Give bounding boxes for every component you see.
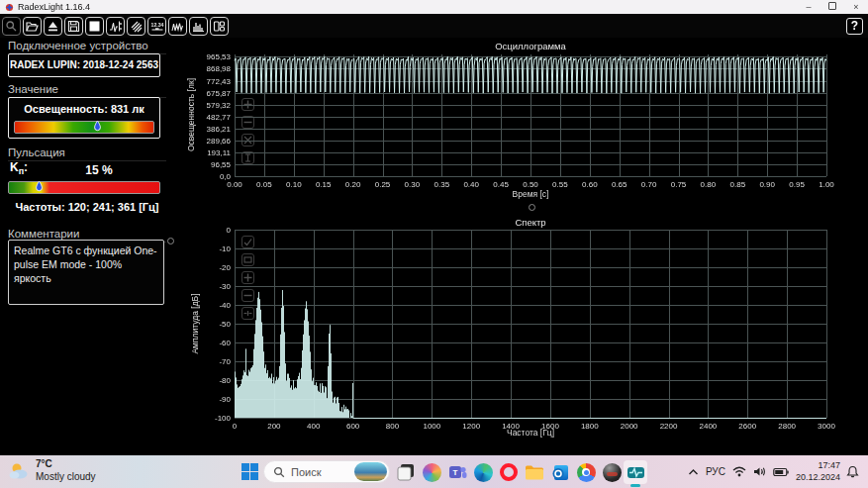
hand-wave-icon — [130, 20, 143, 33]
stop-square-icon — [88, 20, 101, 33]
minimize-button[interactable]: – — [797, 0, 820, 14]
spectrum-view-button[interactable] — [189, 17, 208, 36]
stop-measurement-button[interactable] — [85, 17, 104, 36]
layout-panels-button[interactable] — [210, 17, 229, 36]
pulsation-frequencies: Частоты: 120; 241; 361 [Гц] — [0, 201, 174, 213]
taskbar-edge-icon[interactable] — [471, 460, 495, 484]
kp-label: Kп: — [10, 160, 28, 176]
start-button[interactable] — [241, 462, 259, 481]
battery-icon[interactable] — [773, 467, 789, 477]
system-tray: РУС 17:47 20.12.2024 — [688, 455, 868, 488]
eject-icon — [47, 20, 59, 33]
pulsation-marker-icon — [36, 181, 43, 192]
numeric-display-icon: 12.34 — [150, 20, 164, 33]
oscillogram-xlabel: Время [с] — [235, 189, 826, 199]
wifi-icon[interactable] — [732, 466, 746, 477]
pulsation-scale-bar — [8, 181, 160, 194]
window-titlebar: RadexLight 1.16.4 – × — [0, 0, 868, 14]
spectrum-title: Спектр — [235, 217, 826, 228]
search-placeholder: Поиск — [291, 466, 354, 478]
search-icon — [273, 466, 285, 478]
pulsation-section-title: Пульсация — [8, 146, 166, 161]
illuminance-marker-icon — [94, 121, 101, 132]
oscillogram-view-button[interactable] — [168, 17, 187, 36]
close-button[interactable]: × — [844, 0, 868, 14]
search-highlight-image[interactable] — [354, 462, 387, 481]
taskbar-opera-icon[interactable] — [497, 460, 521, 484]
value-section-title: Значение — [8, 83, 166, 98]
windows-taskbar: 7°CMostly cloudy Поиск T РУС — [0, 455, 868, 488]
tray-time: 17:47 — [796, 460, 840, 471]
maximize-button[interactable] — [820, 0, 844, 14]
svg-text:T: T — [452, 468, 457, 477]
tray-chevron-up-icon[interactable] — [688, 468, 699, 476]
panel-splitter-handle[interactable] — [167, 238, 174, 244]
device-name-box: RADEX LUPIN: 2018-12-24 2563 — [8, 53, 160, 77]
notification-bell-icon[interactable] — [846, 465, 859, 478]
svg-text:12.34: 12.34 — [150, 21, 163, 27]
main-toolbar: 12.34 ? — [0, 14, 868, 38]
spectrum-ylabel: Амплитуда [дБ] — [190, 293, 200, 353]
tray-clock[interactable]: 17:47 20.12.2024 — [796, 460, 840, 483]
save-button[interactable] — [64, 17, 83, 36]
oscillogram-plot[interactable] — [183, 40, 868, 210]
kp-value: 15 % — [40, 163, 158, 177]
search-input[interactable]: Поиск — [263, 460, 390, 483]
taskbar-outlook-icon[interactable] — [548, 460, 572, 484]
taskbar-file-explorer-icon[interactable] — [523, 460, 546, 484]
weather-temp: 7°C — [36, 458, 96, 471]
weather-widget[interactable]: 7°CMostly cloudy — [8, 458, 96, 483]
zoom-search-button[interactable] — [2, 17, 21, 36]
value-box: Освещенность: 831 лк — [8, 97, 160, 139]
tray-date: 20.12.2024 — [796, 472, 840, 483]
taskbar-dark-app-icon[interactable] — [600, 460, 624, 484]
help-button[interactable]: ? — [846, 18, 863, 35]
eject-button[interactable] — [44, 17, 62, 36]
taskbar-radexlight-icon-active[interactable] — [624, 460, 647, 484]
taskbar-copilot-icon[interactable] — [420, 460, 443, 484]
taskbar-teams-icon[interactable]: T — [445, 460, 469, 484]
numeric-display-button[interactable]: 12.34 — [147, 17, 166, 36]
spectrum-plot[interactable] — [183, 214, 868, 441]
oscillogram-ylabel: Освещенность [лк] — [186, 78, 196, 151]
tray-language[interactable]: РУС — [706, 466, 725, 477]
waveform-icon — [171, 20, 184, 33]
taskbar-chrome-icon[interactable] — [574, 460, 598, 484]
layout-panels-icon — [213, 20, 226, 33]
illuminance-value: Освещенность: 831 лк — [9, 103, 159, 115]
window-title: RadexLight 1.16.4 — [18, 2, 90, 12]
weather-icon — [8, 461, 30, 481]
speaker-icon[interactable] — [753, 466, 766, 477]
oscillogram-title: Осциллограмма — [235, 41, 826, 51]
device-section-title: Подключенное устройство — [8, 40, 166, 54]
pulse-cursor-icon — [109, 20, 122, 33]
spectrum-xlabel: Частота [Гц] — [235, 428, 826, 438]
app-logo-icon — [5, 3, 14, 12]
weather-desc: Mostly cloudy — [36, 471, 96, 484]
hand-wave-button[interactable] — [127, 17, 145, 36]
bar-chart-icon — [192, 20, 205, 33]
pulse-measure-button[interactable] — [106, 17, 125, 36]
comment-input[interactable]: Realme GT6 с функцией One-pulse EM mode … — [8, 240, 164, 305]
open-file-button[interactable] — [23, 17, 42, 36]
open-folder-icon — [26, 20, 39, 33]
magnifier-icon — [5, 20, 18, 33]
taskbar-task-view-icon[interactable] — [394, 460, 418, 484]
floppy-icon — [67, 20, 80, 33]
illuminance-scale-bar — [14, 121, 154, 134]
